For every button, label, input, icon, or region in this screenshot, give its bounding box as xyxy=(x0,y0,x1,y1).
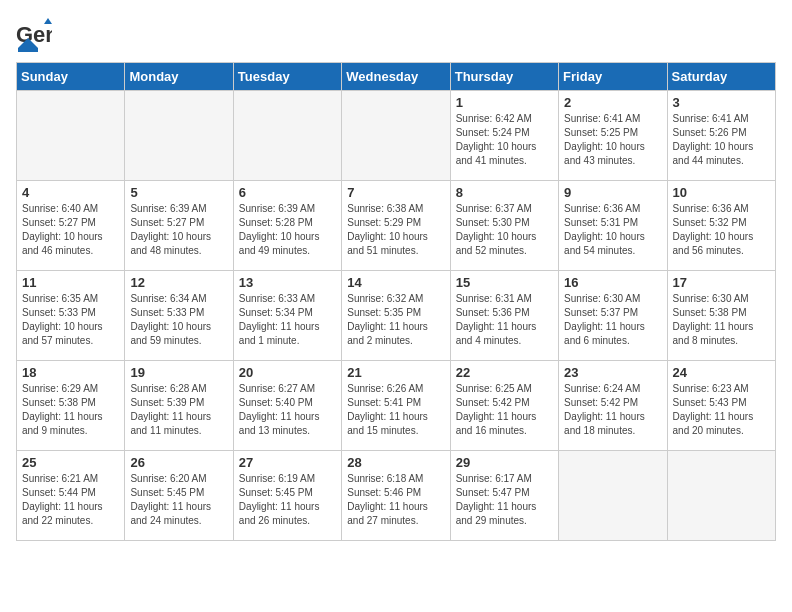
day-header-tuesday: Tuesday xyxy=(233,63,341,91)
day-number: 13 xyxy=(239,275,336,290)
cell-info: Sunrise: 6:27 AMSunset: 5:40 PMDaylight:… xyxy=(239,382,336,438)
calendar-cell: 12Sunrise: 6:34 AMSunset: 5:33 PMDayligh… xyxy=(125,271,233,361)
calendar-cell: 20Sunrise: 6:27 AMSunset: 5:40 PMDayligh… xyxy=(233,361,341,451)
calendar-week-3: 11Sunrise: 6:35 AMSunset: 5:33 PMDayligh… xyxy=(17,271,776,361)
cell-info: Sunrise: 6:28 AMSunset: 5:39 PMDaylight:… xyxy=(130,382,227,438)
day-number: 21 xyxy=(347,365,444,380)
page-header: General xyxy=(16,16,776,52)
calendar-cell: 27Sunrise: 6:19 AMSunset: 5:45 PMDayligh… xyxy=(233,451,341,541)
calendar-cell: 19Sunrise: 6:28 AMSunset: 5:39 PMDayligh… xyxy=(125,361,233,451)
day-number: 20 xyxy=(239,365,336,380)
cell-info: Sunrise: 6:25 AMSunset: 5:42 PMDaylight:… xyxy=(456,382,553,438)
day-number: 7 xyxy=(347,185,444,200)
cell-info: Sunrise: 6:33 AMSunset: 5:34 PMDaylight:… xyxy=(239,292,336,348)
day-number: 1 xyxy=(456,95,553,110)
day-number: 11 xyxy=(22,275,119,290)
calendar-cell: 14Sunrise: 6:32 AMSunset: 5:35 PMDayligh… xyxy=(342,271,450,361)
calendar-cell: 2Sunrise: 6:41 AMSunset: 5:25 PMDaylight… xyxy=(559,91,667,181)
cell-info: Sunrise: 6:39 AMSunset: 5:28 PMDaylight:… xyxy=(239,202,336,258)
cell-info: Sunrise: 6:40 AMSunset: 5:27 PMDaylight:… xyxy=(22,202,119,258)
cell-info: Sunrise: 6:30 AMSunset: 5:37 PMDaylight:… xyxy=(564,292,661,348)
cell-info: Sunrise: 6:37 AMSunset: 5:30 PMDaylight:… xyxy=(456,202,553,258)
calendar-cell xyxy=(125,91,233,181)
cell-info: Sunrise: 6:32 AMSunset: 5:35 PMDaylight:… xyxy=(347,292,444,348)
calendar-cell: 28Sunrise: 6:18 AMSunset: 5:46 PMDayligh… xyxy=(342,451,450,541)
day-header-friday: Friday xyxy=(559,63,667,91)
day-header-wednesday: Wednesday xyxy=(342,63,450,91)
day-number: 19 xyxy=(130,365,227,380)
calendar-header-row: SundayMondayTuesdayWednesdayThursdayFrid… xyxy=(17,63,776,91)
cell-info: Sunrise: 6:18 AMSunset: 5:46 PMDaylight:… xyxy=(347,472,444,528)
cell-info: Sunrise: 6:34 AMSunset: 5:33 PMDaylight:… xyxy=(130,292,227,348)
calendar-week-1: 1Sunrise: 6:42 AMSunset: 5:24 PMDaylight… xyxy=(17,91,776,181)
calendar-cell: 7Sunrise: 6:38 AMSunset: 5:29 PMDaylight… xyxy=(342,181,450,271)
calendar-cell: 17Sunrise: 6:30 AMSunset: 5:38 PMDayligh… xyxy=(667,271,775,361)
calendar-cell: 29Sunrise: 6:17 AMSunset: 5:47 PMDayligh… xyxy=(450,451,558,541)
calendar-cell: 3Sunrise: 6:41 AMSunset: 5:26 PMDaylight… xyxy=(667,91,775,181)
day-header-thursday: Thursday xyxy=(450,63,558,91)
calendar-cell: 21Sunrise: 6:26 AMSunset: 5:41 PMDayligh… xyxy=(342,361,450,451)
calendar-cell: 23Sunrise: 6:24 AMSunset: 5:42 PMDayligh… xyxy=(559,361,667,451)
calendar-cell: 24Sunrise: 6:23 AMSunset: 5:43 PMDayligh… xyxy=(667,361,775,451)
cell-info: Sunrise: 6:21 AMSunset: 5:44 PMDaylight:… xyxy=(22,472,119,528)
cell-info: Sunrise: 6:35 AMSunset: 5:33 PMDaylight:… xyxy=(22,292,119,348)
day-number: 25 xyxy=(22,455,119,470)
calendar-cell: 4Sunrise: 6:40 AMSunset: 5:27 PMDaylight… xyxy=(17,181,125,271)
calendar-cell xyxy=(559,451,667,541)
calendar-cell: 15Sunrise: 6:31 AMSunset: 5:36 PMDayligh… xyxy=(450,271,558,361)
calendar-cell: 18Sunrise: 6:29 AMSunset: 5:38 PMDayligh… xyxy=(17,361,125,451)
calendar-cell: 26Sunrise: 6:20 AMSunset: 5:45 PMDayligh… xyxy=(125,451,233,541)
calendar-cell: 25Sunrise: 6:21 AMSunset: 5:44 PMDayligh… xyxy=(17,451,125,541)
cell-info: Sunrise: 6:19 AMSunset: 5:45 PMDaylight:… xyxy=(239,472,336,528)
day-number: 8 xyxy=(456,185,553,200)
calendar-week-2: 4Sunrise: 6:40 AMSunset: 5:27 PMDaylight… xyxy=(17,181,776,271)
calendar-cell: 5Sunrise: 6:39 AMSunset: 5:27 PMDaylight… xyxy=(125,181,233,271)
day-header-monday: Monday xyxy=(125,63,233,91)
day-number: 22 xyxy=(456,365,553,380)
day-number: 4 xyxy=(22,185,119,200)
cell-info: Sunrise: 6:38 AMSunset: 5:29 PMDaylight:… xyxy=(347,202,444,258)
calendar-cell: 10Sunrise: 6:36 AMSunset: 5:32 PMDayligh… xyxy=(667,181,775,271)
cell-info: Sunrise: 6:36 AMSunset: 5:32 PMDaylight:… xyxy=(673,202,770,258)
calendar-cell: 16Sunrise: 6:30 AMSunset: 5:37 PMDayligh… xyxy=(559,271,667,361)
cell-info: Sunrise: 6:42 AMSunset: 5:24 PMDaylight:… xyxy=(456,112,553,168)
cell-info: Sunrise: 6:39 AMSunset: 5:27 PMDaylight:… xyxy=(130,202,227,258)
svg-marker-2 xyxy=(18,38,38,52)
calendar-cell: 1Sunrise: 6:42 AMSunset: 5:24 PMDaylight… xyxy=(450,91,558,181)
svg-marker-1 xyxy=(44,18,52,24)
day-number: 14 xyxy=(347,275,444,290)
calendar-table: SundayMondayTuesdayWednesdayThursdayFrid… xyxy=(16,62,776,541)
day-number: 9 xyxy=(564,185,661,200)
calendar-week-5: 25Sunrise: 6:21 AMSunset: 5:44 PMDayligh… xyxy=(17,451,776,541)
cell-info: Sunrise: 6:29 AMSunset: 5:38 PMDaylight:… xyxy=(22,382,119,438)
logo-wave-icon xyxy=(18,36,38,52)
logo: General xyxy=(16,16,52,52)
cell-info: Sunrise: 6:30 AMSunset: 5:38 PMDaylight:… xyxy=(673,292,770,348)
day-number: 18 xyxy=(22,365,119,380)
cell-info: Sunrise: 6:20 AMSunset: 5:45 PMDaylight:… xyxy=(130,472,227,528)
day-header-sunday: Sunday xyxy=(17,63,125,91)
cell-info: Sunrise: 6:36 AMSunset: 5:31 PMDaylight:… xyxy=(564,202,661,258)
day-number: 15 xyxy=(456,275,553,290)
day-number: 27 xyxy=(239,455,336,470)
cell-info: Sunrise: 6:24 AMSunset: 5:42 PMDaylight:… xyxy=(564,382,661,438)
calendar-cell xyxy=(342,91,450,181)
cell-info: Sunrise: 6:26 AMSunset: 5:41 PMDaylight:… xyxy=(347,382,444,438)
day-number: 29 xyxy=(456,455,553,470)
day-number: 17 xyxy=(673,275,770,290)
calendar-cell xyxy=(233,91,341,181)
day-header-saturday: Saturday xyxy=(667,63,775,91)
day-number: 26 xyxy=(130,455,227,470)
day-number: 28 xyxy=(347,455,444,470)
day-number: 2 xyxy=(564,95,661,110)
calendar-cell: 6Sunrise: 6:39 AMSunset: 5:28 PMDaylight… xyxy=(233,181,341,271)
calendar-cell: 9Sunrise: 6:36 AMSunset: 5:31 PMDaylight… xyxy=(559,181,667,271)
cell-info: Sunrise: 6:17 AMSunset: 5:47 PMDaylight:… xyxy=(456,472,553,528)
day-number: 23 xyxy=(564,365,661,380)
cell-info: Sunrise: 6:41 AMSunset: 5:26 PMDaylight:… xyxy=(673,112,770,168)
cell-info: Sunrise: 6:23 AMSunset: 5:43 PMDaylight:… xyxy=(673,382,770,438)
day-number: 3 xyxy=(673,95,770,110)
day-number: 24 xyxy=(673,365,770,380)
day-number: 6 xyxy=(239,185,336,200)
day-number: 5 xyxy=(130,185,227,200)
